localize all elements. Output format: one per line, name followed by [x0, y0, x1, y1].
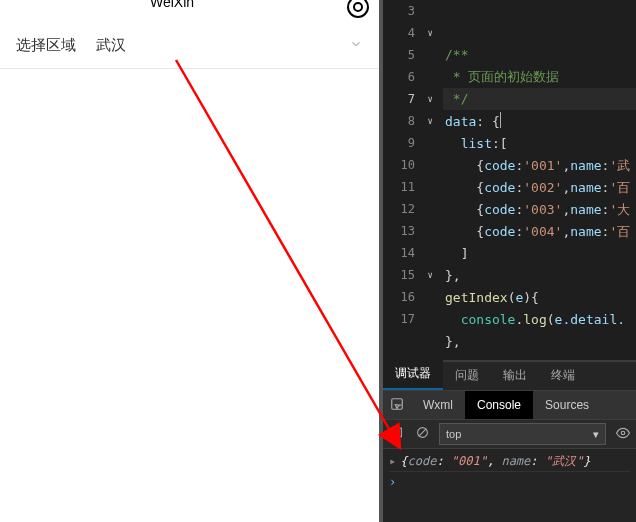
context-select[interactable]: top ▾	[439, 423, 606, 445]
expand-triangle-icon[interactable]: ▸	[389, 454, 396, 468]
context-value: top	[446, 428, 461, 440]
inspect-icon[interactable]	[383, 397, 411, 414]
sidebar-toggle-icon[interactable]	[383, 426, 409, 442]
tab-problems[interactable]: 问题	[443, 361, 491, 390]
tab-debugger[interactable]: 调试器	[383, 359, 443, 390]
tab-console[interactable]: Console	[465, 391, 533, 419]
code-comment: * 页面的初始数据	[445, 69, 559, 84]
svg-rect-1	[391, 428, 401, 437]
devtools-panel: 调试器 问题 输出 终端 Wxml Console Sources top ▾ …	[383, 360, 636, 522]
console-toolbar: top ▾	[383, 420, 636, 449]
console-prompt[interactable]: ›	[389, 472, 630, 492]
region-picker[interactable]: 选择区域 武汉	[0, 22, 379, 69]
svg-line-4	[418, 429, 426, 437]
simulator-title: WeiXin	[150, 0, 194, 10]
picker-value: 武汉	[96, 36, 349, 55]
simulator-pane: WeiXin 选择区域 武汉	[0, 0, 379, 522]
picker-label: 选择区域	[16, 36, 96, 55]
code-editor[interactable]: 3 4∨ 5 6 7∨ 8∨ 9 10 11 12 13 14 15∨ 16 1…	[383, 0, 636, 360]
fold-icon[interactable]: ∨	[428, 88, 433, 110]
fold-icon[interactable]: ∨	[428, 22, 433, 44]
chevron-down-icon	[349, 37, 363, 54]
code-comment: */	[445, 91, 468, 106]
code-body[interactable]: /** * 页面的初始数据 */ data: { list:[ {code:'0…	[445, 0, 636, 375]
devtools-secondary-tabs: Wxml Console Sources	[383, 391, 636, 420]
eye-icon[interactable]	[610, 426, 636, 443]
tab-output[interactable]: 输出	[491, 361, 539, 390]
tab-wxml[interactable]: Wxml	[411, 391, 465, 419]
fold-icon[interactable]: ∨	[428, 264, 433, 286]
chevron-down-icon: ▾	[593, 428, 599, 441]
tab-sources[interactable]: Sources	[533, 391, 601, 419]
clear-console-icon[interactable]	[409, 426, 435, 442]
code-comment: /**	[445, 47, 468, 62]
editor-gutter: 3 4∨ 5 6 7∨ 8∨ 9 10 11 12 13 14 15∨ 16 1…	[383, 0, 439, 360]
simulator-topbar: WeiXin	[0, 0, 379, 22]
editor-caret	[500, 112, 501, 128]
fold-icon[interactable]: ∨	[428, 110, 433, 132]
console-log-entry[interactable]: ▸{code: "001", name: "武汉"}	[389, 451, 630, 472]
svg-point-5	[621, 431, 625, 435]
capsule-close-icon[interactable]	[347, 0, 369, 18]
devtools-primary-tabs: 调试器 问题 输出 终端	[383, 362, 636, 391]
console-output[interactable]: ▸{code: "001", name: "武汉"} ›	[383, 449, 636, 492]
tab-terminal[interactable]: 终端	[539, 361, 587, 390]
